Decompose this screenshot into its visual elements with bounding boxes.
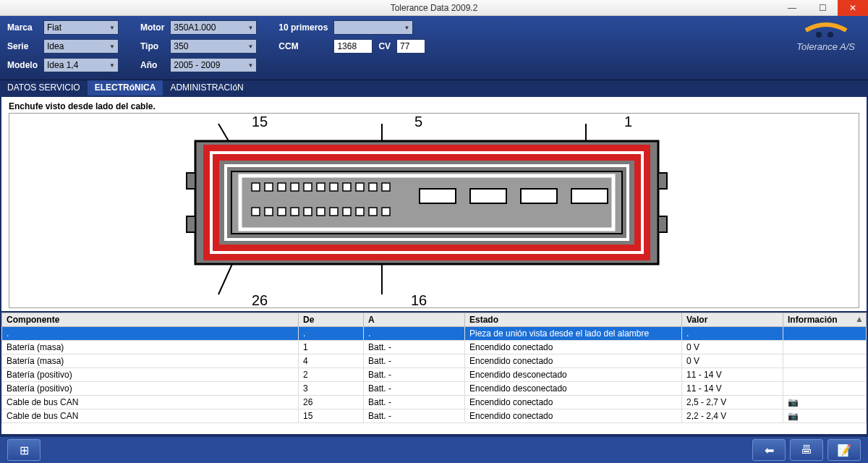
marca-label: Marca bbox=[7, 22, 38, 33]
pin-label-1: 1 bbox=[624, 114, 632, 130]
col-de[interactable]: De bbox=[299, 313, 364, 327]
close-button[interactable]: ✕ bbox=[838, 0, 868, 16]
svg-rect-26 bbox=[369, 183, 377, 191]
pin-table: Componente De A Estado Valor Información… bbox=[1, 313, 867, 423]
cell-c3: Batt. - bbox=[364, 382, 465, 396]
table-row[interactable]: Cable de bus CAN15Batt. -Encendido conec… bbox=[2, 409, 867, 423]
cell-c2: 3 bbox=[299, 382, 364, 396]
svg-rect-23 bbox=[330, 183, 338, 191]
title-bar: Tolerance Data 2009.2 — ☐ ✕ bbox=[0, 0, 868, 16]
svg-rect-22 bbox=[317, 183, 325, 191]
marca-select[interactable]: Fiat bbox=[43, 20, 119, 35]
table-row[interactable]: Batería (positivo)2Batt. -Encendido desc… bbox=[2, 368, 867, 382]
modelo-select[interactable]: Idea 1,4 bbox=[43, 58, 119, 72]
scroll-up-icon[interactable]: ▲ bbox=[855, 314, 864, 324]
svg-rect-21 bbox=[304, 183, 312, 191]
cell-c1: Batería (masa) bbox=[2, 341, 299, 354]
cell-c3: Batt. - bbox=[364, 409, 465, 423]
window-title: Tolerance Data 2009.2 bbox=[391, 3, 478, 13]
col-valor[interactable]: Valor bbox=[682, 313, 783, 327]
col-estado[interactable]: Estado bbox=[465, 313, 682, 327]
cell-c6: 📷 bbox=[783, 409, 867, 423]
print-button[interactable]: 🖶 bbox=[790, 439, 823, 461]
svg-point-1 bbox=[827, 32, 833, 38]
ano-select[interactable]: 2005 - 2009 bbox=[170, 58, 257, 72]
cell-c5: . bbox=[682, 327, 783, 341]
note-button[interactable]: 📝 bbox=[827, 439, 861, 461]
cell-c4: Encendido conectado bbox=[465, 409, 682, 423]
ccm-field[interactable]: 1368 bbox=[333, 39, 373, 54]
tab-electronica[interactable]: ELECTRóNICA bbox=[88, 80, 163, 95]
serie-select[interactable]: Idea bbox=[43, 39, 119, 54]
cell-c1: Cable de bus CAN bbox=[2, 409, 299, 423]
table-row[interactable]: Cable de bus CAN26Batt. -Encendido conec… bbox=[2, 396, 867, 409]
content-area: Enchufe visto desde lado del cable. 15 5… bbox=[0, 95, 868, 436]
cell-c1: Cable de bus CAN bbox=[2, 396, 299, 409]
tab-datos-servicio[interactable]: DATOS SERVICIO bbox=[0, 80, 88, 95]
tipo-label: Tipo bbox=[140, 41, 164, 51]
svg-rect-31 bbox=[291, 208, 299, 216]
cell-c3: Batt. - bbox=[364, 341, 465, 354]
tipo-select[interactable]: 350 bbox=[170, 39, 257, 54]
diagram-button[interactable]: ⊞ bbox=[7, 439, 41, 461]
nav-tabs: DATOS SERVICIO ELECTRóNICA ADMINISTRACIó… bbox=[0, 80, 868, 95]
table-row[interactable]: Batería (masa)1Batt. -Encendido conectad… bbox=[2, 341, 867, 354]
maximize-button[interactable]: ☐ bbox=[807, 0, 838, 16]
cell-c4: Encendido conectado bbox=[465, 341, 682, 354]
cell-c4: Encendido desconectado bbox=[465, 368, 682, 382]
pin-label-5: 5 bbox=[414, 114, 422, 130]
col-informacion[interactable]: Información bbox=[783, 313, 867, 327]
col-componente[interactable]: Componente bbox=[2, 313, 299, 327]
pin-label-15: 15 bbox=[252, 114, 268, 130]
cell-c3: . bbox=[364, 327, 465, 341]
svg-rect-9 bbox=[187, 216, 195, 232]
cv-field[interactable]: 77 bbox=[396, 39, 425, 54]
note-icon: 📝 bbox=[837, 443, 851, 457]
cell-c3: Batt. - bbox=[364, 354, 465, 368]
svg-rect-8 bbox=[187, 173, 195, 189]
svg-rect-24 bbox=[343, 183, 351, 191]
cell-c2: 1 bbox=[299, 341, 364, 354]
cell-c6: 📷 bbox=[783, 396, 867, 409]
svg-rect-39 bbox=[420, 189, 456, 203]
cell-c6 bbox=[783, 327, 867, 341]
table-row[interactable]: ...Pieza de unión vista desde el lado de… bbox=[2, 327, 867, 341]
svg-rect-37 bbox=[369, 208, 377, 216]
diagram-caption: Enchufe visto desde lado del cable. bbox=[9, 101, 859, 111]
camera-icon[interactable]: 📷 bbox=[788, 397, 799, 407]
svg-rect-28 bbox=[252, 208, 260, 216]
motor-select[interactable]: 350A1.000 bbox=[170, 20, 257, 35]
cell-c5: 2,2 - 2,4 V bbox=[682, 409, 783, 423]
cell-c4: Pieza de unión vista desde el lado del a… bbox=[465, 327, 682, 341]
tab-administracion[interactable]: ADMINISTRACIóN bbox=[163, 80, 250, 95]
svg-rect-35 bbox=[343, 208, 351, 216]
cell-c4: Encendido conectado bbox=[465, 396, 682, 409]
svg-rect-27 bbox=[382, 183, 390, 191]
footer-bar: ⊞ ⬅ 🖶 📝 bbox=[0, 436, 868, 463]
svg-rect-29 bbox=[265, 208, 273, 216]
svg-rect-17 bbox=[252, 183, 260, 191]
cell-c5: 11 - 14 V bbox=[682, 382, 783, 396]
primeros-select[interactable] bbox=[333, 20, 413, 35]
minimize-button[interactable]: — bbox=[777, 0, 807, 16]
motor-label: Motor bbox=[140, 22, 164, 33]
cell-c1: . bbox=[2, 327, 299, 341]
cell-c2: . bbox=[299, 327, 364, 341]
svg-rect-42 bbox=[571, 189, 608, 203]
connector-svg bbox=[181, 115, 687, 303]
pin-label-16: 16 bbox=[411, 292, 427, 309]
brand-text: Tolerance A/S bbox=[796, 41, 855, 52]
cell-c3: Batt. - bbox=[364, 368, 465, 382]
camera-icon[interactable]: 📷 bbox=[788, 411, 799, 421]
serie-label: Serie bbox=[7, 41, 38, 51]
cell-c2: 2 bbox=[299, 368, 364, 382]
svg-rect-30 bbox=[278, 208, 286, 216]
cv-label: CV bbox=[378, 41, 391, 51]
back-button[interactable]: ⬅ bbox=[752, 439, 786, 461]
col-a[interactable]: A bbox=[364, 313, 465, 327]
ano-label: Año bbox=[140, 60, 164, 70]
table-row[interactable]: Batería (positivo)3Batt. -Encendido desc… bbox=[2, 382, 867, 396]
svg-rect-36 bbox=[356, 208, 364, 216]
table-row[interactable]: Batería (masa)4Batt. -Encendido conectad… bbox=[2, 354, 867, 368]
svg-rect-18 bbox=[265, 183, 273, 191]
